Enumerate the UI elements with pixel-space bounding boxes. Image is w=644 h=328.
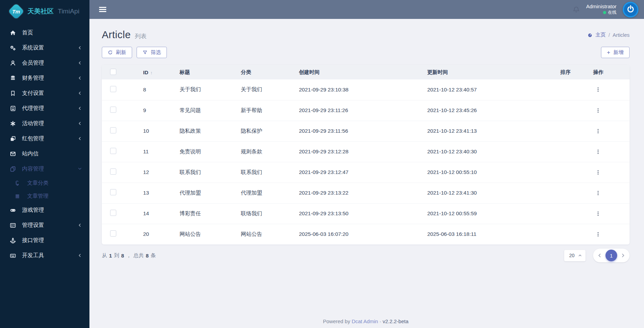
sidebar-toggle-icon[interactable] (99, 7, 106, 12)
sidebar-item-payment-settings[interactable]: 支付设置 (0, 86, 89, 101)
cell-sort (554, 203, 586, 224)
dcat-admin-link[interactable]: Dcat Admin (352, 318, 378, 324)
row-checkbox[interactable] (110, 107, 116, 113)
select-all-checkbox[interactable] (110, 69, 116, 75)
row-checkbox[interactable] (110, 148, 116, 154)
cell-id: 9 (136, 100, 173, 121)
chevron-left-icon (78, 136, 82, 141)
sidebar-item-label: 首页 (22, 29, 82, 36)
sidebar-item-site-messages[interactable]: 站内信 (0, 146, 89, 161)
table-header-row: ID↑ 标题 分类 创建时间 更新时间 排序 操作 (102, 65, 630, 79)
column-header-id[interactable]: ID↑ (136, 65, 173, 79)
sidebar-item-system-settings[interactable]: 系统设置 (0, 40, 89, 55)
row-actions-button[interactable] (593, 147, 603, 156)
current-page-button[interactable]: 1 (605, 250, 617, 261)
cell-created-at: 2021-09-29 23:11:26 (292, 100, 420, 121)
cell-updated-at: 2021-10-12 23:40:30 (420, 141, 554, 162)
gamepad-icon (10, 207, 16, 214)
cell-updated-at: 2021-10-12 23:41:30 (420, 183, 554, 203)
row-checkbox[interactable] (110, 86, 116, 92)
sidebar-item-admin-settings[interactable]: 管理设置 (0, 218, 89, 233)
cell-category: 关于我们 (234, 79, 292, 100)
cell-updated-at: 2021-10-12 23:40:57 (420, 79, 554, 100)
row-actions-button[interactable] (593, 167, 603, 177)
row-actions-button[interactable] (593, 229, 603, 239)
list-icon (14, 193, 20, 199)
per-page-select[interactable]: 20 (564, 250, 586, 261)
cell-updated-at: 2021-10-12 23:45:26 (420, 100, 554, 121)
online-dot-icon (603, 11, 606, 14)
sidebar-item-content-management[interactable]: 内容管理 (0, 161, 89, 176)
chevron-left-icon (78, 121, 82, 125)
pagination-summary: 从1到8，总共8条 (102, 252, 156, 259)
row-checkbox[interactable] (110, 230, 116, 237)
cell-sort (554, 100, 586, 121)
cell-sort (554, 79, 586, 100)
pager: 1 (593, 249, 630, 262)
add-button[interactable]: + 新增 (601, 47, 630, 58)
sidebar-item-article-category[interactable]: 文章分类 (0, 176, 89, 189)
cell-updated-at: 2021-10-12 00:55:10 (420, 162, 554, 183)
keyboard-icon (10, 252, 16, 259)
cell-updated-at: 2021-10-12 00:55:59 (420, 203, 554, 224)
sidebar-item-red-packet-management[interactable]: 红包管理 (0, 131, 89, 146)
sidebar-item-finance-management[interactable]: 财务管理 (0, 70, 89, 86)
sidebar-item-api-management[interactable]: 接口管理 (0, 233, 89, 248)
cell-category: 新手帮助 (234, 100, 292, 121)
user-avatar[interactable] (623, 2, 638, 18)
row-actions-button[interactable] (593, 106, 603, 115)
breadcrumb-home-link[interactable]: 主页 (595, 32, 606, 38)
row-actions-button[interactable] (593, 85, 603, 95)
cell-id: 13 (136, 183, 173, 203)
notifications-bell-icon[interactable] (572, 6, 580, 13)
sidebar-item-home[interactable]: 首页 (0, 25, 89, 40)
sidebar-item-article-management[interactable]: 文章管理 (0, 189, 89, 203)
brand-name-cn: 天美社区 (28, 7, 54, 16)
row-checkbox[interactable] (110, 210, 116, 216)
row-checkbox[interactable] (110, 127, 116, 133)
id-card-icon (10, 222, 16, 229)
gears-icon (10, 45, 16, 51)
sidebar-item-label: 接口管理 (22, 237, 82, 244)
article-table-card: ID↑ 标题 分类 创建时间 更新时间 排序 操作 8 关于我们 关于我们 20… (102, 65, 630, 244)
refresh-button[interactable]: 刷新 (102, 47, 132, 58)
online-status: 在线 (586, 10, 616, 15)
power-icon (626, 4, 635, 15)
row-checkbox[interactable] (110, 168, 116, 175)
prev-page-button[interactable] (597, 253, 602, 258)
row-actions-button[interactable] (593, 209, 603, 218)
sidebar-item-member-management[interactable]: 会员管理 (0, 55, 89, 70)
brand[interactable]: Tm 天美社区 TimiApi (0, 0, 89, 23)
sidebar-item-label: 内容管理 (22, 165, 78, 173)
sidebar-item-dev-tools[interactable]: 开发工具 (0, 248, 89, 263)
cell-created-at: 2021-09-29 23:10:38 (292, 79, 420, 100)
cell-category: 规则条款 (234, 141, 292, 162)
home-icon (10, 30, 16, 36)
row-actions-button[interactable] (593, 188, 603, 198)
cell-title: 博彩责任 (173, 203, 234, 224)
cell-category: 隐私保护 (234, 121, 292, 141)
next-page-button[interactable] (621, 253, 625, 258)
chevron-left-icon (78, 223, 82, 227)
row-checkbox[interactable] (110, 189, 116, 195)
cell-sort (554, 141, 586, 162)
sidebar-item-game-management[interactable]: 游戏管理 (0, 203, 89, 218)
filter-button[interactable]: 筛选 (137, 47, 167, 58)
sidebar-item-agent-management[interactable]: 代理管理 (0, 101, 89, 116)
sidebar-item-label: 财务管理 (22, 75, 78, 82)
row-actions-button[interactable] (593, 126, 603, 136)
sidebar-item-label: 文章管理 (27, 193, 82, 200)
breadcrumb: 主页 / Articles (587, 32, 630, 38)
sidebar-item-label: 活动管理 (22, 120, 78, 127)
cell-category: 网站公告 (234, 224, 292, 244)
cell-title: 免责说明 (173, 141, 234, 162)
cell-category: 代理加盟 (234, 183, 292, 203)
table-row: 12 联系我们 联系我们 2021-09-29 23:12:47 2021-10… (102, 162, 630, 183)
page-title-group: Article列表 (102, 29, 147, 41)
cell-created-at: 2021-09-29 23:11:56 (292, 121, 420, 141)
sidebar-item-label: 文章分类 (27, 179, 82, 187)
cell-created-at: 2021-09-29 23:12:47 (292, 162, 420, 183)
sidebar-item-label: 会员管理 (22, 59, 78, 67)
sidebar-item-activity-management[interactable]: 活动管理 (0, 116, 89, 131)
red-packet-icon (10, 135, 16, 142)
